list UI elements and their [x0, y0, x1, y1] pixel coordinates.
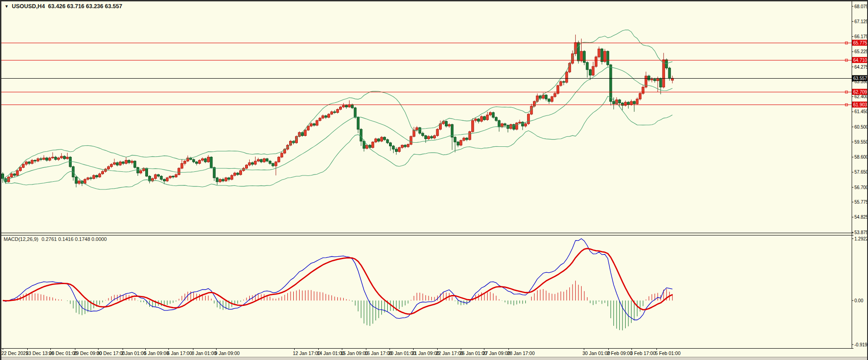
- price-axis-label: 57.650: [854, 170, 868, 175]
- date-axis-label: 5 Feb 01:00: [655, 350, 681, 356]
- chart-canvas[interactable]: 68.07567.12566.17565.22564.27563.35062.4…: [0, 0, 868, 360]
- macd-axis-label: 0.00: [854, 298, 863, 303]
- price-axis[interactable]: 68.07567.12566.17565.22564.27563.35062.4…: [852, 4, 868, 235]
- price-axis-label: 60.500: [854, 125, 868, 130]
- date-axis-label: 12 Jan 17:00: [293, 350, 321, 356]
- date-axis-label: 5 Jan 09:00: [144, 350, 169, 356]
- macd-axis[interactable]: 1.29220.00-0.9194: [852, 236, 868, 347]
- date-axis-label: 9 Jan 09:00: [215, 350, 240, 356]
- bollinger-upper-band: [3, 30, 672, 179]
- svg-text:62.709: 62.709: [853, 90, 868, 95]
- macd-panel[interactable]: [3, 239, 672, 330]
- price-tag-61.903: 61.903: [852, 102, 868, 108]
- svg-text:64.710: 64.710: [853, 58, 868, 63]
- date-axis-label: 30 Jan 01:00: [582, 350, 610, 356]
- price-axis-label: 62.400: [854, 94, 868, 99]
- quote-info-bar: ▼ USOUSD,H4 63.426 63.716 63.236 63.557: [5, 3, 122, 10]
- date-axis-label: 21 Jan 09:00: [412, 350, 439, 356]
- price-tag-65.775: 65.775: [852, 40, 868, 46]
- price-axis-label: 59.550: [854, 140, 868, 145]
- date-axis-label: 2 Jan 01:00: [121, 350, 146, 356]
- symbol-period-label: USOUSD,H4: [12, 3, 45, 10]
- price-axis-label: 66.175: [854, 34, 868, 39]
- price-tag-62.709: 62.709: [852, 89, 868, 95]
- price-axis-label: 55.775: [854, 200, 868, 205]
- price-axis-label: 53.875: [854, 230, 868, 235]
- symbol-dropdown-icon[interactable]: ▼: [5, 5, 9, 9]
- window-border-top: [0, 0, 868, 1]
- svg-text:63.557: 63.557: [853, 76, 868, 81]
- price-panel[interactable]: [1, 30, 852, 190]
- date-axis-label: 15 Jan 09:00: [340, 350, 368, 356]
- macd-line: [3, 239, 672, 320]
- macd-values-label: 0.2761 0.1416 0.1748 0.0000: [41, 236, 107, 242]
- sr-line-61.903[interactable]: [1, 104, 852, 106]
- date-axis[interactable]: 22 Dec 202523 Dec 13:0026 Dec 01:0029 De…: [1, 348, 681, 356]
- svg-text:61.903: 61.903: [853, 102, 868, 107]
- date-axis-label: 3 Feb 17:00: [630, 350, 656, 356]
- date-axis-label: 6 Jan 17:00: [167, 350, 192, 356]
- date-axis-label: 27 Jan 09:00: [483, 350, 510, 356]
- sr-line-64.710[interactable]: [1, 59, 852, 61]
- price-axis-label: 56.700: [854, 185, 868, 190]
- date-axis-label: 2 Feb 09:00: [607, 350, 632, 356]
- bollinger-middle-band: [3, 67, 672, 180]
- price-axis-label: 68.075: [854, 4, 868, 9]
- price-axis-label: 61.450: [854, 109, 868, 114]
- macd-histogram: [5, 281, 672, 330]
- date-axis-label: 28 Jan 17:00: [507, 350, 535, 356]
- macd-axis-label: -0.9194: [854, 342, 868, 347]
- window-border-left: [0, 0, 1, 360]
- price-tag-63.557: 63.557: [852, 75, 868, 81]
- price-axis-label: 65.225: [854, 49, 868, 54]
- price-axis-label: 67.125: [854, 19, 868, 24]
- svg-text:65.775: 65.775: [853, 40, 868, 45]
- price-tag-64.710: 64.710: [852, 57, 868, 63]
- macd-indicator-label: MACD(12,26,9) 0.2761 0.1416 0.1748 0.000…: [4, 236, 108, 242]
- price-axis-label: 54.825: [854, 215, 868, 220]
- price-axis-label: 64.275: [854, 65, 868, 70]
- date-axis-label: 8 Jan 01:00: [192, 350, 217, 356]
- window-status-strip: [0, 357, 868, 360]
- macd-axis-label: 1.2922: [854, 236, 868, 241]
- sr-line-62.709[interactable]: [1, 91, 852, 93]
- price-axis-label: 58.600: [854, 155, 868, 160]
- macd-name-label: MACD(12,26,9): [4, 236, 38, 242]
- sr-line-65.775[interactable]: [1, 42, 852, 44]
- quote-ohlc-values: 63.426 63.716 63.236 63.557: [48, 3, 122, 10]
- date-axis-label: 22 Dec 2025: [1, 350, 29, 356]
- macd-signal-line: [3, 249, 672, 314]
